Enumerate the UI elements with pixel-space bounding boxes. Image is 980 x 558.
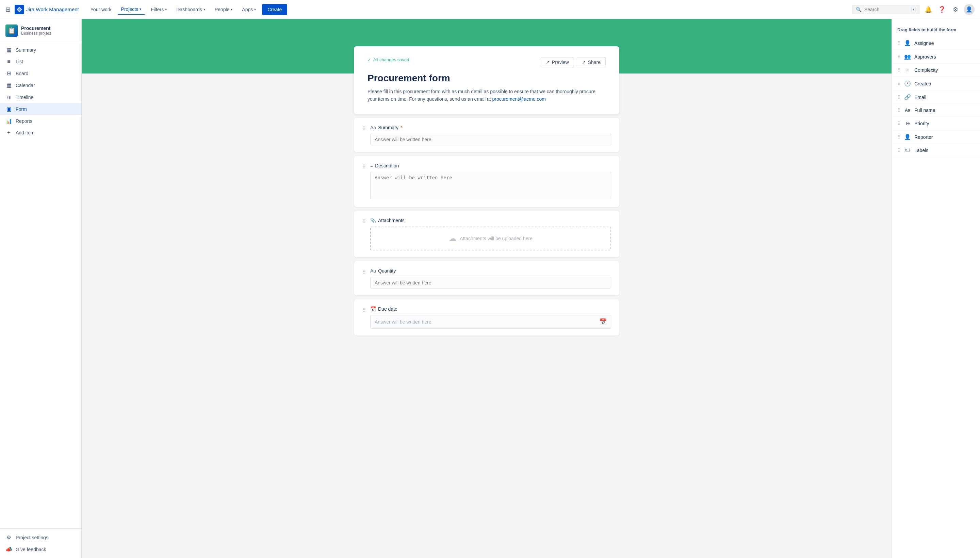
drag-handle-due-date[interactable]: ⠿ <box>362 306 366 313</box>
sidebar-item-label-calendar: Calendar <box>16 83 35 88</box>
drag-icon-email: ⠿ <box>897 95 901 100</box>
calendar-icon: ▦ <box>5 82 12 89</box>
search-icon: 🔍 <box>856 7 862 12</box>
complexity-panel-icon: ≡ <box>904 67 911 73</box>
sidebar-nav: ▦ Summary ≡ List ⊞ Board ▦ Calendar ≋ Ti… <box>0 41 81 528</box>
projects-nav[interactable]: Projects ▾ <box>118 5 145 15</box>
email-panel-icon: 🔗 <box>904 94 911 100</box>
drag-handle-quantity[interactable]: ⠿ <box>362 268 366 275</box>
field-label-attachments: 📎 Attachments <box>370 218 611 223</box>
settings-button[interactable]: ⚙ <box>950 4 961 15</box>
summary-icon: ▦ <box>5 47 12 53</box>
right-panel-item-labels[interactable]: ⠿ 🏷 Labels <box>892 144 980 157</box>
form-saved-status: ✓ All changes saved <box>368 57 409 62</box>
project-icon: 📋 <box>5 25 18 37</box>
help-button[interactable]: ❓ <box>936 4 947 15</box>
search-input[interactable] <box>864 7 909 12</box>
sidebar-item-give-feedback[interactable]: 📣 Give feedback <box>0 543 81 555</box>
approvers-panel-icon: 👥 <box>904 53 911 60</box>
right-panel-item-reporter[interactable]: ⠿ 👤 Reporter <box>892 130 980 144</box>
project-name: Procurement <box>21 26 51 31</box>
right-panel-item-approvers[interactable]: ⠿ 👥 Approvers <box>892 50 980 64</box>
calendar-picker-icon: 📅 <box>599 318 607 326</box>
sidebar-item-board[interactable]: ⊞ Board <box>0 67 81 79</box>
people-nav[interactable]: People ▾ <box>211 5 236 14</box>
sidebar-item-project-settings[interactable]: ⚙ Project settings <box>0 532 81 543</box>
dashboards-nav[interactable]: Dashboards ▾ <box>173 5 208 14</box>
apps-chevron-icon: ▾ <box>254 8 256 11</box>
preview-button[interactable]: ↗ Preview <box>541 57 574 67</box>
feedback-icon: 📣 <box>5 546 12 553</box>
topnav: ⊞ Jira Work Management Your work Project… <box>0 0 980 19</box>
quantity-field-icon: Aa <box>370 268 376 274</box>
projects-chevron-icon: ▾ <box>140 7 141 11</box>
sidebar-item-list[interactable]: ≡ List <box>0 56 81 67</box>
form-builder-main: ✓ All changes saved ↗ Preview ↗ Share <box>82 19 891 558</box>
settings-icon: ⚙ <box>5 534 12 541</box>
full-name-panel-icon: Aa <box>904 108 911 113</box>
filters-nav[interactable]: Filters ▾ <box>147 5 170 14</box>
filters-chevron-icon: ▾ <box>165 8 167 11</box>
sidebar-item-reports[interactable]: 📊 Reports <box>0 115 81 127</box>
right-panel-title: Drag fields to build the form <box>892 25 980 36</box>
drag-handle-summary[interactable]: ⠿ <box>362 125 366 132</box>
create-button[interactable]: Create <box>262 4 287 15</box>
form-field-summary: ⠿ Aa Summary * <box>354 118 619 152</box>
sidebar-item-summary[interactable]: ▦ Summary <box>0 44 81 56</box>
form-field-description: ⠿ ≡ Description <box>354 156 619 207</box>
add-icon: + <box>5 130 12 136</box>
grid-icon[interactable]: ⊞ <box>5 6 11 13</box>
share-button[interactable]: ↗ Share <box>577 57 606 67</box>
board-icon: ⊞ <box>5 70 12 77</box>
field-label-due-date: 📅 Due date <box>370 306 611 312</box>
right-panel-item-full-name[interactable]: ⠿ Aa Full name <box>892 104 980 117</box>
right-panel-item-assignee[interactable]: ⠿ 👤 Assignee <box>892 36 980 50</box>
user-avatar[interactable]: 👤 <box>964 4 975 15</box>
list-icon: ≡ <box>5 59 12 65</box>
sidebar-item-form[interactable]: ▣ Form <box>0 103 81 115</box>
sidebar-item-timeline[interactable]: ≋ Timeline <box>0 91 81 103</box>
drag-icon-assignee: ⠿ <box>897 41 901 46</box>
logo-text: Jira Work Management <box>26 7 79 12</box>
right-panel-item-priority[interactable]: ⠿ ⊖ Priority <box>892 117 980 130</box>
form-email-link[interactable]: procurement@acme.com <box>492 96 546 102</box>
notifications-button[interactable]: 🔔 <box>923 4 934 15</box>
right-panel-item-created[interactable]: ⠿ 🕐 Created <box>892 77 980 90</box>
attachments-upload-area[interactable]: ☁ Attachments will be uploaded here <box>370 226 611 250</box>
drag-icon-full-name: ⠿ <box>897 108 901 113</box>
search-shortcut: / <box>911 7 916 12</box>
drag-handle-attachments[interactable]: ⠿ <box>362 218 366 225</box>
drag-icon-reporter: ⠿ <box>897 135 901 140</box>
drag-icon-created: ⠿ <box>897 81 901 87</box>
logo[interactable]: Jira Work Management <box>15 5 79 14</box>
due-date-input[interactable]: Answer will be written here 📅 <box>370 315 611 329</box>
search-box[interactable]: 🔍 / <box>852 5 920 14</box>
sidebar-item-calendar[interactable]: ▦ Calendar <box>0 79 81 91</box>
drag-icon-priority: ⠿ <box>897 121 901 126</box>
your-work-nav[interactable]: Your work <box>87 5 115 14</box>
sidebar-item-label-summary: Summary <box>16 47 36 53</box>
drag-handle-description[interactable]: ⠿ <box>362 163 366 170</box>
right-panel-item-email[interactable]: ⠿ 🔗 Email <box>892 90 980 104</box>
right-panel-item-complexity[interactable]: ⠿ ≡ Complexity <box>892 64 980 77</box>
people-chevron-icon: ▾ <box>231 8 232 11</box>
quantity-input[interactable] <box>370 277 611 289</box>
labels-panel-icon: 🏷 <box>904 147 911 153</box>
sidebar-bottom: ⚙ Project settings 📣 Give feedback <box>0 528 81 558</box>
drag-icon-labels: ⠿ <box>897 148 901 153</box>
apps-nav[interactable]: Apps ▾ <box>238 5 259 14</box>
sidebar-item-add-item[interactable]: + Add item <box>0 127 81 138</box>
description-input[interactable] <box>370 172 611 199</box>
jira-logo-icon <box>15 5 24 14</box>
reports-icon: 📊 <box>5 118 12 124</box>
timeline-icon: ≋ <box>5 94 12 100</box>
description-field-icon: ≡ <box>370 163 373 168</box>
assignee-panel-icon: 👤 <box>904 40 911 46</box>
dashboards-chevron-icon: ▾ <box>204 8 205 11</box>
form-card-wrapper: ✓ All changes saved ↗ Preview ↗ Share <box>333 46 640 349</box>
summary-input[interactable] <box>370 134 611 145</box>
sidebar-item-label-add: Add item <box>16 130 34 135</box>
sidebar-item-label-board: Board <box>16 71 28 76</box>
form-icon: ▣ <box>5 106 12 112</box>
sidebar-item-label-feedback: Give feedback <box>16 547 46 552</box>
